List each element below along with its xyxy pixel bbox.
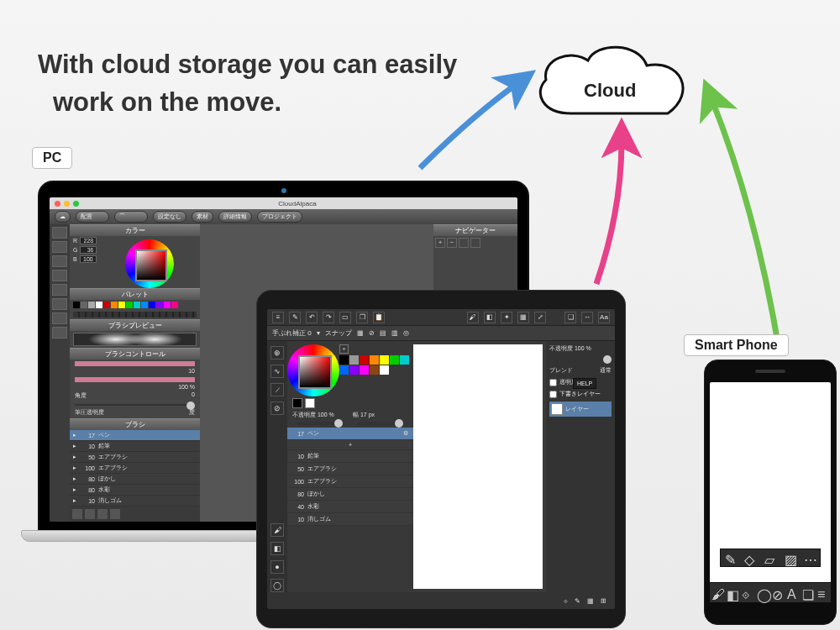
brush-opacity-bar[interactable] [75, 377, 195, 382]
snap-off-icon[interactable]: ⊘ [369, 329, 375, 337]
swatch[interactable] [126, 302, 133, 308]
brush-item[interactable]: 100エアブラシ [287, 475, 413, 488]
blend-value[interactable]: 通常 [600, 366, 612, 375]
maximize-icon[interactable] [73, 201, 79, 207]
close-icon[interactable] [55, 201, 60, 207]
layer-copy-icon[interactable] [97, 509, 108, 519]
eraser-icon[interactable]: ◧ [484, 312, 496, 323]
swatch[interactable] [156, 302, 163, 308]
brush-item[interactable]: 10消しゴム [287, 513, 413, 526]
correction-label[interactable]: 手ぶれ補正 0 [272, 328, 312, 338]
redo-icon[interactable]: ↷ [323, 312, 334, 323]
layer-del-icon[interactable] [85, 509, 95, 519]
brush-tab-icon[interactable]: 🖌 [270, 523, 284, 537]
wand-icon[interactable]: ✦ [501, 312, 512, 323]
rgb-r-value[interactable]: 228 [80, 237, 97, 244]
phone-more-icon[interactable]: ⋯ [804, 552, 816, 564]
eraser-tab-icon[interactable]: ◧ [270, 542, 284, 555]
rotate-left-icon[interactable] [459, 238, 469, 248]
layer-item[interactable]: レイヤー [549, 402, 612, 417]
swatch[interactable] [134, 302, 140, 308]
ring-icon[interactable]: ◯ [270, 579, 284, 592]
toolbar-button-4[interactable]: 詳細情報 [218, 211, 252, 223]
brush-size-bar[interactable] [75, 361, 195, 366]
select-tool-icon[interactable] [52, 255, 67, 267]
swatch[interactable] [400, 355, 409, 365]
fill-icon[interactable]: ▦ [517, 312, 529, 323]
text-icon[interactable]: Aa [598, 312, 610, 323]
brush-item[interactable]: 40水彩 [287, 501, 413, 513]
swatch[interactable] [360, 355, 369, 365]
swatch[interactable] [164, 302, 171, 308]
draft-layer-checkbox[interactable]: 下書きレイヤー [549, 390, 612, 398]
swatch[interactable] [111, 302, 118, 308]
layer-add-icon[interactable] [72, 509, 82, 519]
zoom-out-icon[interactable]: − [447, 238, 457, 248]
phone-select-icon[interactable]: ▱ [764, 552, 776, 564]
snap-radial-icon[interactable]: ◎ [403, 329, 409, 337]
copy-icon[interactable]: ❐ [356, 312, 368, 323]
brush-item[interactable]: ▸17ペン [70, 430, 200, 441]
toolbar-button-5[interactable]: プロジェクト [257, 211, 302, 223]
flip-icon[interactable]: ↔ [581, 312, 593, 323]
fill-tool-icon[interactable] [52, 284, 67, 296]
swatch[interactable] [103, 302, 110, 308]
swatch[interactable] [360, 365, 369, 375]
swatch[interactable] [380, 365, 389, 375]
paste-icon[interactable]: 📋 [373, 312, 385, 323]
curve-icon[interactable]: ∿ [270, 365, 284, 378]
text-tool-icon[interactable] [52, 312, 67, 324]
toolbar-cloud-button[interactable]: ☁ [55, 211, 71, 223]
snap-grid-icon[interactable]: ▦ [357, 329, 364, 337]
swatch[interactable] [380, 355, 389, 365]
swatch[interactable] [339, 355, 349, 365]
toolbar-button-2[interactable]: 設定なし [153, 211, 186, 223]
brush-icon[interactable]: 🖌 [467, 312, 479, 323]
brush-item[interactable]: 17ペン⚙ [287, 428, 413, 440]
phone-brush-icon[interactable]: 🖌 [711, 587, 723, 599]
brush-item[interactable]: ▸10鉛筆 [70, 441, 200, 452]
transform-icon[interactable]: ⤢ [534, 312, 546, 323]
tablet-opacity-slider[interactable] [297, 422, 343, 425]
zoom-in-icon[interactable]: + [435, 238, 445, 248]
swatch[interactable] [96, 302, 102, 308]
color-wheel[interactable] [125, 239, 174, 288]
brush-item[interactable]: ▸50エアブラシ [70, 452, 200, 463]
phone-text-icon[interactable]: A [787, 587, 799, 599]
toolbar-button-3[interactable]: 素材 [192, 211, 213, 223]
snap-perspective-icon[interactable]: ▥ [391, 329, 398, 337]
layer-merge-icon[interactable] [110, 509, 120, 519]
swatch[interactable] [81, 302, 87, 308]
hand-tool-icon[interactable] [52, 327, 67, 339]
select-rect-icon[interactable]: ▭ [339, 312, 351, 323]
block-icon[interactable]: ⊘ [270, 402, 284, 415]
brush-item[interactable]: ▸80ぼかし [70, 474, 200, 485]
swatch[interactable] [73, 302, 80, 308]
gradient-tool-icon[interactable] [52, 298, 67, 310]
tablet-width-slider[interactable] [358, 422, 403, 425]
phone-pen-icon[interactable]: ✎ [725, 552, 737, 564]
rotate-right-icon[interactable] [470, 238, 480, 248]
move-tool-icon[interactable] [52, 270, 67, 281]
phone-menu-icon[interactable]: ≡ [817, 587, 829, 599]
swatch[interactable] [349, 365, 359, 375]
swatch[interactable] [118, 302, 125, 308]
phone-eraser-icon[interactable]: ◇ [744, 552, 756, 564]
toolbar-arc-button[interactable]: ⌒ [114, 211, 148, 223]
toolbar-button-1[interactable]: 配置 [76, 211, 109, 223]
brush-item[interactable]: 80ぼかし [287, 488, 413, 501]
dot-icon[interactable]: ● [270, 560, 284, 574]
phone-circle-icon[interactable]: ◯ [757, 587, 769, 599]
apps-icon[interactable]: ⊞ [601, 597, 606, 605]
swatch[interactable] [88, 302, 95, 308]
rgb-b-value[interactable]: 100 [80, 255, 97, 263]
add-swatch-button[interactable]: + [339, 344, 349, 354]
chevron-down-icon[interactable]: ▾ [317, 329, 320, 337]
swatch[interactable] [339, 365, 349, 375]
angle-slider[interactable] [75, 404, 195, 406]
swatch[interactable] [370, 365, 379, 375]
ruler-icon[interactable]: ⟋ [270, 383, 284, 396]
add-brush-button[interactable]: + [287, 440, 413, 450]
phone-block-icon[interactable]: ⊘ [772, 587, 784, 599]
swatch[interactable] [390, 355, 399, 365]
